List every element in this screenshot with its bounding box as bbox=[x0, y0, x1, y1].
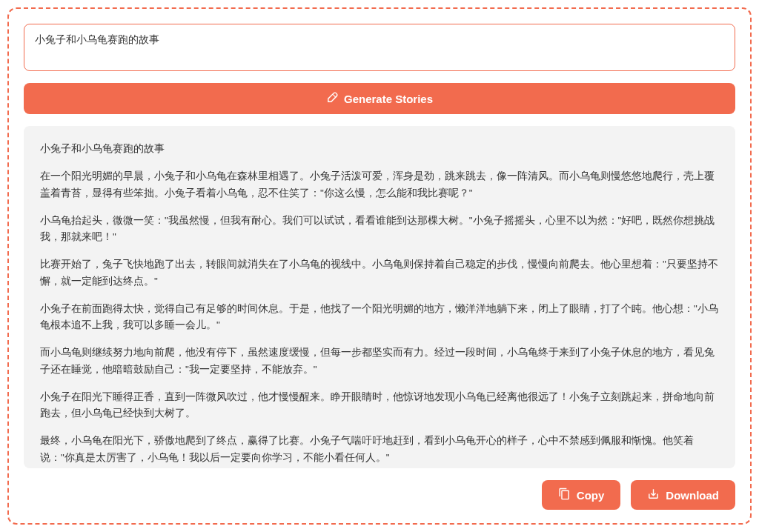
story-paragraph: 小兔子在阳光下睡得正香，直到一阵微风吹过，他才慢慢醒来。睁开眼睛时，他惊讶地发现… bbox=[40, 389, 719, 422]
story-paragraph: 而小乌龟则继续努力地向前爬，他没有停下，虽然速度缓慢，但每一步都坚实而有力。经过… bbox=[40, 345, 719, 378]
story-paragraph: 小乌龟抬起头，微微一笑："我虽然慢，但我有耐心。我们可以试试，看看谁能到达那棵大… bbox=[40, 213, 719, 246]
story-generator-panel: Generate Stories 小兔子和小乌龟赛跑的故事 在一个阳光明媚的早晨… bbox=[7, 7, 752, 525]
copy-button[interactable]: Copy bbox=[542, 480, 621, 510]
story-paragraph: 最终，小乌龟在阳光下，骄傲地爬到了终点，赢得了比赛。小兔子气喘吁吁地赶到，看到小… bbox=[40, 433, 719, 466]
download-button[interactable]: Download bbox=[631, 480, 735, 510]
story-paragraph: 小兔子和小乌龟赛跑的故事 bbox=[40, 141, 719, 157]
feather-icon bbox=[326, 91, 339, 106]
story-paragraph: 在一个阳光明媚的早晨，小兔子和小乌龟在森林里相遇了。小兔子活泼可爱，浑身是劲，跳… bbox=[40, 168, 719, 202]
copy-icon bbox=[558, 488, 571, 502]
story-paragraph: 小兔子在前面跑得太快，觉得自己有足够的时间休息。于是，他找了一个阳光明媚的地方，… bbox=[40, 301, 719, 334]
prompt-input[interactable] bbox=[24, 24, 735, 71]
download-button-label: Download bbox=[666, 489, 719, 502]
story-output: 小兔子和小乌龟赛跑的故事 在一个阳光明媚的早晨，小兔子和小乌龟在森林里相遇了。小… bbox=[24, 126, 735, 468]
generate-button[interactable]: Generate Stories bbox=[24, 83, 735, 114]
copy-button-label: Copy bbox=[577, 489, 605, 502]
generate-button-label: Generate Stories bbox=[344, 93, 433, 105]
action-bar: Copy Download bbox=[24, 480, 735, 510]
story-paragraph: 比赛开始了，兔子飞快地跑了出去，转眼间就消失在了小乌龟的视线中。小乌龟则保持着自… bbox=[40, 256, 719, 290]
download-icon bbox=[647, 488, 660, 502]
